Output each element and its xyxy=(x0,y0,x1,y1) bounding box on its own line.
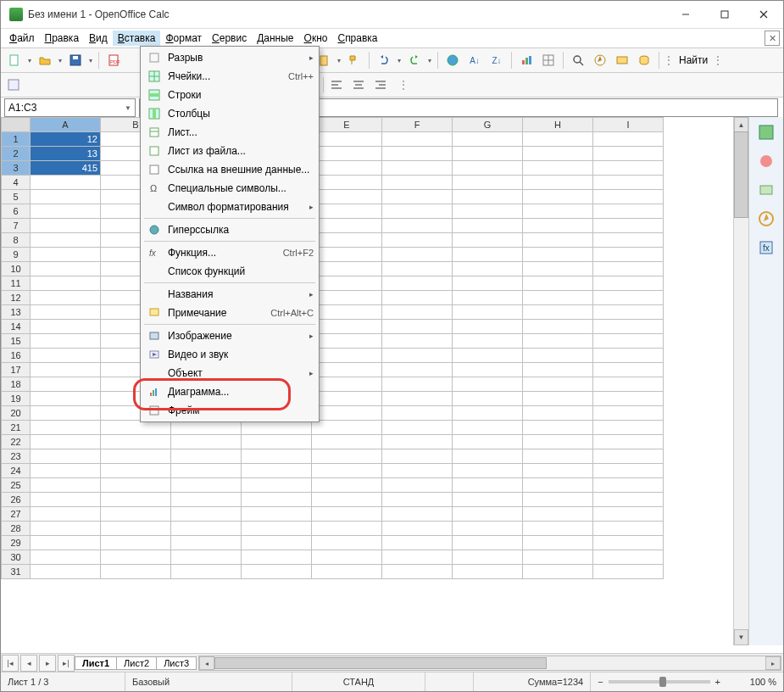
cell-A19[interactable] xyxy=(31,392,101,406)
menu-item-rows[interactable]: Строки xyxy=(141,86,319,104)
menu-item-format[interactable]: Символ форматирования▸ xyxy=(141,198,319,216)
minimize-button[interactable] xyxy=(666,1,705,28)
cell-I24[interactable] xyxy=(593,464,664,478)
cell-F17[interactable] xyxy=(382,363,453,377)
cell-B29[interactable] xyxy=(101,536,171,550)
row-header-28[interactable]: 28 xyxy=(2,522,31,536)
cell-I16[interactable] xyxy=(593,349,664,363)
cell-G30[interactable] xyxy=(453,550,523,565)
cell-A16[interactable] xyxy=(31,349,101,363)
col-header-H[interactable]: H xyxy=(523,118,593,132)
cell-E27[interactable] xyxy=(312,507,382,522)
horizontal-scrollbar[interactable]: ◂ ▸ xyxy=(198,656,781,671)
sort-asc-icon[interactable]: A↓ xyxy=(464,50,485,70)
cell-A23[interactable] xyxy=(31,449,101,464)
cell-D29[interactable] xyxy=(242,536,312,550)
cell-A17[interactable] xyxy=(31,363,101,377)
cell-I28[interactable] xyxy=(593,522,664,536)
col-header-A[interactable]: A xyxy=(31,118,101,132)
cell-F26[interactable] xyxy=(382,493,453,507)
cell-G14[interactable] xyxy=(453,320,523,334)
cell-H16[interactable] xyxy=(523,349,593,363)
cell-I11[interactable] xyxy=(593,276,664,291)
menu-item-break[interactable]: Разрыв▸ xyxy=(141,48,319,67)
cell-F20[interactable] xyxy=(382,406,453,421)
cell-E26[interactable] xyxy=(312,493,382,507)
pdf-icon[interactable]: PDF xyxy=(103,50,124,70)
cell-A12[interactable] xyxy=(31,291,101,305)
menu-item-extdata[interactable]: Ссылка на внешние данные... xyxy=(141,160,319,179)
row-header-24[interactable]: 24 xyxy=(2,464,31,478)
cell-G6[interactable] xyxy=(453,204,523,219)
cell-I1[interactable] xyxy=(593,132,664,147)
cell-E28[interactable] xyxy=(312,522,382,536)
cell-H28[interactable] xyxy=(523,522,593,536)
cell-G24[interactable] xyxy=(453,464,523,478)
cell-D23[interactable] xyxy=(242,449,312,464)
cell-A3[interactable]: 415 xyxy=(31,161,101,176)
cell-H25[interactable] xyxy=(523,478,593,493)
cell-G3[interactable] xyxy=(453,161,523,176)
cell-D28[interactable] xyxy=(242,522,312,536)
row-header-31[interactable]: 31 xyxy=(2,565,31,579)
show-grid-icon[interactable] xyxy=(538,50,559,70)
tab-prev-icon[interactable]: ◂ xyxy=(20,655,37,672)
cell-B24[interactable] xyxy=(101,464,171,478)
save-icon[interactable] xyxy=(65,50,86,70)
cell-G11[interactable] xyxy=(453,276,523,291)
cell-F5[interactable] xyxy=(382,190,453,204)
cell-I22[interactable] xyxy=(593,435,664,449)
row-header-29[interactable]: 29 xyxy=(2,536,31,550)
vertical-scrollbar[interactable]: ▲ ▼ xyxy=(733,117,748,645)
cell-F15[interactable] xyxy=(382,334,453,349)
col-header-E[interactable]: E xyxy=(312,118,382,132)
cell-A30[interactable] xyxy=(31,550,101,565)
cell-G13[interactable] xyxy=(453,305,523,320)
menu-сервис[interactable]: Сервис xyxy=(207,31,252,46)
cell-F10[interactable] xyxy=(382,262,453,276)
cell-A9[interactable] xyxy=(31,248,101,262)
cell-C29[interactable] xyxy=(171,536,242,550)
cell-D30[interactable] xyxy=(242,550,312,565)
scroll-down-icon[interactable]: ▼ xyxy=(734,629,748,645)
cell-A18[interactable] xyxy=(31,377,101,392)
cell-G12[interactable] xyxy=(453,291,523,305)
cell-G16[interactable] xyxy=(453,349,523,363)
cell-D26[interactable] xyxy=(242,493,312,507)
cell-G17[interactable] xyxy=(453,363,523,377)
zoom-in-icon[interactable]: + xyxy=(715,677,720,687)
row-header-26[interactable]: 26 xyxy=(2,493,31,507)
styles-icon[interactable] xyxy=(4,75,23,94)
menu-item-note[interactable]: ПримечаниеCtrl+Alt+C xyxy=(141,304,319,322)
cell-I7[interactable] xyxy=(593,219,664,233)
cell-E4[interactable] xyxy=(312,176,382,190)
cell-H15[interactable] xyxy=(523,334,593,349)
cell-G20[interactable] xyxy=(453,406,523,421)
cell-G5[interactable] xyxy=(453,190,523,204)
menu-файл[interactable]: Файл xyxy=(4,31,40,46)
cell-A8[interactable] xyxy=(31,233,101,248)
cell-H27[interactable] xyxy=(523,507,593,522)
cell-I17[interactable] xyxy=(593,363,664,377)
cell-G7[interactable] xyxy=(453,219,523,233)
cell-E5[interactable] xyxy=(312,190,382,204)
cell-F23[interactable] xyxy=(382,449,453,464)
cell-A5[interactable] xyxy=(31,190,101,204)
cell-E9[interactable] xyxy=(312,248,382,262)
cell-G28[interactable] xyxy=(453,522,523,536)
cell-I10[interactable] xyxy=(593,262,664,276)
row-header-1[interactable]: 1 xyxy=(2,132,31,147)
spreadsheet-grid[interactable]: ABCDEFGHI1122133415456789101112131415161… xyxy=(1,117,733,645)
cell-E20[interactable] xyxy=(312,406,382,421)
undo-icon[interactable] xyxy=(374,50,394,70)
cell-B22[interactable] xyxy=(101,435,171,449)
cell-H17[interactable] xyxy=(523,363,593,377)
cell-A15[interactable] xyxy=(31,334,101,349)
cell-H4[interactable] xyxy=(523,176,593,190)
cell-I12[interactable] xyxy=(593,291,664,305)
sidepanel-gallery-icon[interactable] xyxy=(756,180,776,200)
tab-last-icon[interactable]: ▸| xyxy=(58,655,75,672)
cell-I26[interactable] xyxy=(593,493,664,507)
datasource-icon[interactable] xyxy=(634,50,654,70)
cell-A25[interactable] xyxy=(31,478,101,493)
